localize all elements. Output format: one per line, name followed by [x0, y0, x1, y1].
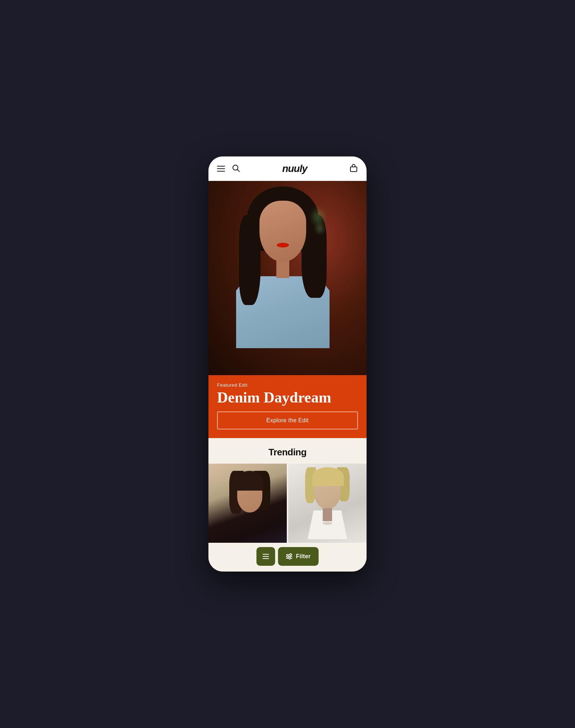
- menu-icon[interactable]: [217, 164, 226, 173]
- svg-point-6: [290, 554, 291, 556]
- bag-icon[interactable]: [349, 164, 358, 174]
- app-header: nuuly: [208, 156, 367, 181]
- app-logo[interactable]: nuuly: [282, 163, 307, 174]
- explore-edit-button[interactable]: Explore the Edit: [217, 411, 358, 429]
- header-left-icons: [217, 164, 240, 174]
- featured-banner: Featured Edit Denim Daydream Explore the…: [208, 375, 367, 438]
- filter-button[interactable]: Filter: [278, 547, 319, 566]
- phone-frame: nuuly Featured Edit Deni: [208, 156, 367, 572]
- svg-point-7: [287, 556, 289, 558]
- svg-point-8: [289, 558, 291, 559]
- featured-title: Denim Daydream: [217, 389, 358, 406]
- trending-item[interactable]: [208, 464, 287, 543]
- hero-section: [208, 181, 367, 375]
- menu-toggle-button[interactable]: [257, 547, 275, 566]
- search-icon[interactable]: [231, 164, 240, 174]
- trending-item[interactable]: [288, 464, 367, 543]
- svg-rect-2: [350, 167, 357, 172]
- filter-label: Filter: [296, 553, 311, 560]
- trending-title: Trending: [208, 447, 367, 458]
- svg-line-1: [238, 169, 240, 172]
- bottom-action-bar: Filter: [257, 547, 319, 566]
- trending-section: Trending: [208, 438, 367, 572]
- trending-grid: [208, 464, 367, 543]
- filter-sliders-icon: [286, 553, 293, 560]
- featured-label: Featured Edit: [217, 382, 358, 388]
